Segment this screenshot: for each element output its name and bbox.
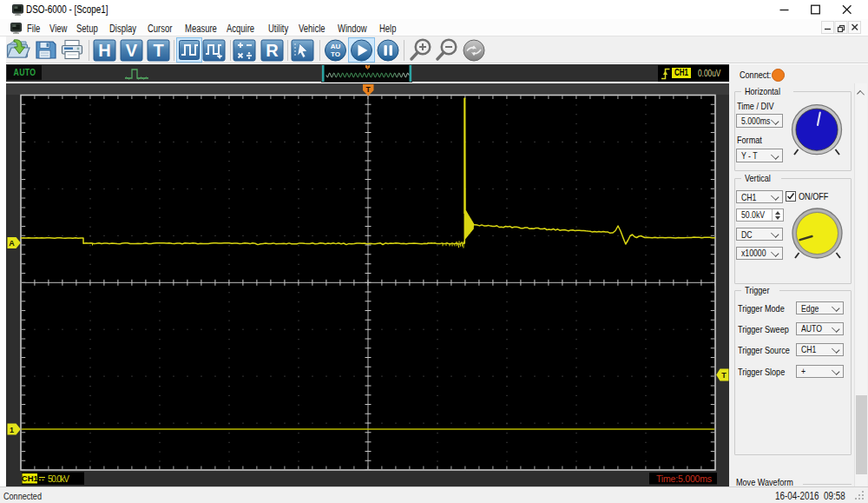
svg-text:1: 1 bbox=[10, 426, 14, 434]
svg-text:AU: AU bbox=[331, 43, 341, 50]
svg-text:H: H bbox=[98, 41, 110, 60]
svg-text:CH1: CH1 bbox=[22, 473, 39, 483]
svg-text:Time:5.000ms: Time:5.000ms bbox=[656, 473, 712, 484]
svg-text:TO: TO bbox=[331, 50, 340, 58]
svg-text:T: T bbox=[366, 85, 372, 94]
svg-text:V: V bbox=[126, 41, 138, 60]
svg-text:R: R bbox=[266, 41, 279, 60]
svg-text:50.0kV: 50.0kV bbox=[48, 474, 69, 484]
svg-text:A: A bbox=[9, 239, 15, 248]
svg-text:T: T bbox=[366, 65, 369, 69]
svg-text:T: T bbox=[721, 371, 727, 380]
svg-text:T: T bbox=[153, 41, 163, 60]
